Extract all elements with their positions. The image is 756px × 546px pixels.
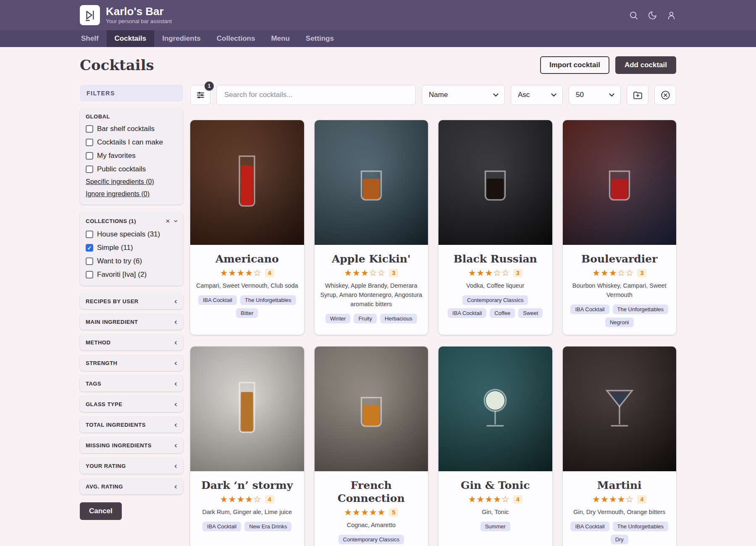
nav-tab-shelf[interactable]: Shelf (73, 30, 107, 47)
checkbox-checked[interactable]: ✓ (86, 244, 93, 252)
star-empty-icon[interactable]: ☆ (378, 268, 386, 277)
star-rating[interactable]: ★★★★☆4 (194, 268, 300, 277)
search-input[interactable] (216, 85, 416, 105)
filter-checkbox-row-my-favorites[interactable]: My favorites (86, 152, 177, 160)
star-filled-icon[interactable]: ★ (369, 508, 378, 517)
star-empty-icon[interactable]: ☆ (501, 268, 510, 277)
star-filled-icon[interactable]: ★ (468, 495, 477, 504)
star-filled-icon[interactable]: ★ (617, 495, 626, 504)
cocktail-card-americano[interactable]: Americano★★★★☆4Campari, Sweet Vermouth, … (190, 120, 304, 335)
filter-section-recipes-by-user[interactable]: RECIPES BY USER‹ (80, 293, 183, 309)
star-empty-icon[interactable]: ☆ (626, 495, 634, 504)
cocktail-card-french-connection[interactable]: French Connection★★★★★5Cognac, AmarettoC… (315, 346, 428, 546)
filter-link-specific-ingredients-0[interactable]: Specific ingredients (0) (86, 178, 177, 186)
clear-search-button[interactable] (654, 85, 676, 105)
star-filled-icon[interactable]: ★ (245, 268, 253, 277)
cocktail-card-gin-tonic[interactable]: Gin & Tonic★★★★☆4Gin, TonicSummer (438, 346, 552, 546)
star-filled-icon[interactable]: ★ (485, 268, 493, 277)
star-filled-icon[interactable]: ★ (378, 508, 386, 517)
checkbox-unchecked[interactable] (86, 139, 93, 146)
star-filled-icon[interactable]: ★ (228, 268, 237, 277)
add-to-collection-button[interactable] (627, 85, 648, 105)
checkbox-unchecked[interactable] (86, 231, 93, 238)
filter-checkbox-row-bar-shelf-cocktails[interactable]: Bar shelf cocktails (86, 125, 177, 133)
star-rating[interactable]: ★★★☆☆3 (319, 268, 424, 277)
star-filled-icon[interactable]: ★ (609, 268, 617, 277)
nav-tab-collections[interactable]: Collections (209, 30, 263, 47)
filter-checkbox-row-want-to-try-6[interactable]: Want to try (6) (86, 257, 177, 265)
filter-checkbox-row-simple-11[interactable]: ✓Simple (11) (86, 244, 177, 252)
add-cocktail-button[interactable]: Add cocktail (615, 56, 676, 74)
checkbox-unchecked[interactable] (86, 125, 93, 133)
star-filled-icon[interactable]: ★ (361, 268, 369, 277)
filter-checkbox-row-public-cocktails[interactable]: Public cocktails (86, 165, 177, 173)
star-rating[interactable]: ★★★☆☆3 (443, 268, 548, 277)
clear-collections-icon[interactable]: × (165, 218, 170, 225)
star-rating[interactable]: ★★★★☆4 (567, 495, 672, 504)
star-filled-icon[interactable]: ★ (477, 495, 485, 504)
nav-tab-menu[interactable]: Menu (263, 30, 297, 47)
filter-section-glass-type[interactable]: GLASS TYPE‹ (80, 396, 183, 412)
filter-section-missing-ingredients[interactable]: MISSING INGREDIENTS‹ (80, 437, 183, 453)
filter-section-your-rating[interactable]: YOUR RATING‹ (80, 458, 183, 474)
filter-link-ignore-ingredients-0[interactable]: Ignore ingredients (0) (86, 190, 177, 198)
moon-icon[interactable] (648, 10, 657, 20)
filter-checkbox-row-cocktails-i-can-make[interactable]: Cocktails I can make (86, 138, 177, 147)
star-filled-icon[interactable]: ★ (609, 495, 617, 504)
star-rating[interactable]: ★★★★★5 (319, 508, 424, 517)
filter-section-main-ingredient[interactable]: MAIN INGREDIENT‹ (80, 314, 183, 330)
star-filled-icon[interactable]: ★ (493, 495, 501, 504)
cocktail-card-dark-n-stormy[interactable]: Dark ‘n’ stormy★★★★☆4Dark Rum, Ginger al… (190, 346, 304, 546)
star-empty-icon[interactable]: ☆ (617, 268, 626, 277)
star-filled-icon[interactable]: ★ (220, 268, 228, 277)
cocktail-card-martini[interactable]: Martini★★★★☆4Gin, Dry Vermouth, Orange b… (563, 346, 677, 546)
star-filled-icon[interactable]: ★ (485, 495, 493, 504)
star-filled-icon[interactable]: ★ (236, 495, 245, 504)
star-filled-icon[interactable]: ★ (601, 268, 609, 277)
star-empty-icon[interactable]: ☆ (626, 268, 634, 277)
star-empty-icon[interactable]: ☆ (501, 495, 510, 504)
filter-section-tags[interactable]: TAGS‹ (80, 375, 183, 391)
star-filled-icon[interactable]: ★ (352, 508, 361, 517)
cancel-button[interactable]: Cancel (80, 502, 122, 520)
star-filled-icon[interactable]: ★ (477, 268, 485, 277)
nav-tab-cocktails[interactable]: Cocktails (107, 30, 155, 47)
star-rating[interactable]: ★★★☆☆3 (567, 268, 672, 277)
star-empty-icon[interactable]: ☆ (253, 268, 262, 277)
user-icon[interactable] (667, 10, 676, 20)
star-empty-icon[interactable]: ☆ (253, 495, 262, 504)
checkbox-unchecked[interactable] (86, 165, 93, 173)
filter-checkbox-row-house-specials-31[interactable]: House specials (31) (86, 230, 177, 239)
filter-checkbox-row-favoriti-iva-2[interactable]: Favoriti [Iva] (2) (86, 270, 177, 279)
filter-section-method[interactable]: METHOD‹ (80, 334, 183, 350)
import-cocktail-button[interactable]: Import cocktail (540, 56, 609, 74)
star-filled-icon[interactable]: ★ (228, 495, 237, 504)
star-filled-icon[interactable]: ★ (352, 268, 361, 277)
star-filled-icon[interactable]: ★ (592, 495, 601, 504)
chevron-down-icon[interactable]: ‹ (172, 220, 180, 223)
sort-by-select[interactable]: Name (422, 85, 505, 105)
star-empty-icon[interactable]: ☆ (493, 268, 501, 277)
checkbox-unchecked[interactable] (86, 152, 93, 160)
star-filled-icon[interactable]: ★ (592, 268, 601, 277)
star-rating[interactable]: ★★★★☆4 (443, 495, 548, 504)
nav-tab-settings[interactable]: Settings (298, 30, 342, 47)
star-filled-icon[interactable]: ★ (601, 495, 609, 504)
checkbox-unchecked[interactable] (86, 271, 93, 278)
star-filled-icon[interactable]: ★ (220, 495, 228, 504)
nav-tab-ingredients[interactable]: Ingredients (154, 30, 209, 47)
star-filled-icon[interactable]: ★ (245, 495, 253, 504)
sort-direction-select[interactable]: Asc (511, 85, 563, 105)
cocktail-card-boulevardier[interactable]: Boulevardier★★★☆☆3Bourbon Whiskey, Campa… (563, 120, 677, 335)
star-filled-icon[interactable]: ★ (468, 268, 477, 277)
star-filled-icon[interactable]: ★ (344, 508, 352, 517)
search-icon[interactable] (629, 10, 638, 20)
cocktail-card-black-russian[interactable]: Black Russian★★★☆☆3Vodka, Coffee liqueur… (438, 120, 552, 335)
filter-section-avg-rating[interactable]: AVG. RATING‹ (80, 478, 183, 494)
filter-section-total-ingredients[interactable]: TOTAL INGREDIENTS‹ (80, 417, 183, 433)
star-filled-icon[interactable]: ★ (236, 268, 245, 277)
app-logo[interactable] (80, 5, 100, 25)
star-empty-icon[interactable]: ☆ (369, 268, 378, 277)
cocktail-card-apple-kickin[interactable]: Apple Kickin'★★★☆☆3Whiskey, Apple Brandy… (315, 120, 428, 335)
star-rating[interactable]: ★★★★☆4 (194, 495, 300, 504)
